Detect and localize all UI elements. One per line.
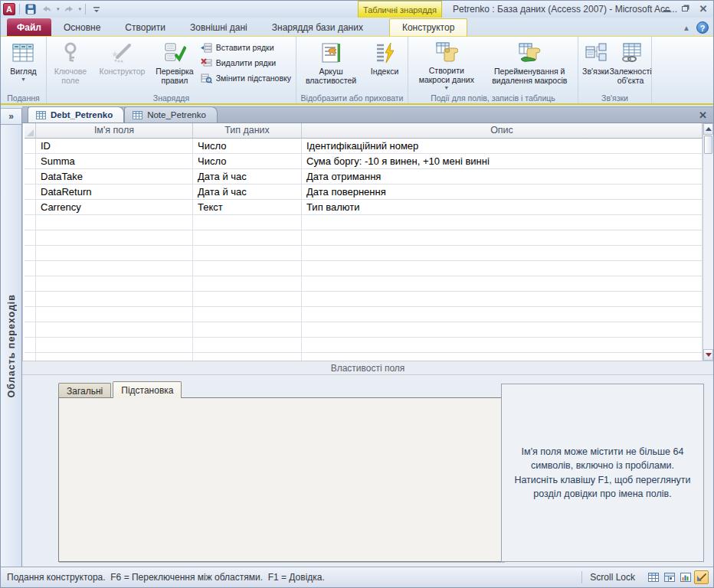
field-name-cell[interactable] — [36, 353, 193, 361]
indexes-button[interactable]: Індекси — [364, 38, 405, 90]
description-cell[interactable] — [302, 276, 703, 292]
description-cell[interactable] — [302, 230, 703, 246]
tab-lookup[interactable]: Підстановка — [113, 381, 182, 398]
description-cell[interactable] — [302, 215, 703, 230]
row-selector-cell[interactable] — [25, 353, 36, 361]
test-validation-rules-button[interactable]: Перевірка правил — [152, 38, 198, 90]
description-cell[interactable]: Тип валюти — [302, 200, 703, 215]
data-type-cell[interactable]: Дата й час — [193, 169, 302, 185]
data-type-cell[interactable] — [193, 353, 302, 361]
description-cell[interactable]: Дата повернення — [302, 185, 703, 200]
rename-delete-macro-button[interactable]: Перейменування й видалення макросів — [483, 38, 576, 90]
data-type-cell[interactable] — [193, 230, 302, 246]
row-selector-cell[interactable] — [25, 261, 36, 276]
row-selector-cell[interactable] — [25, 338, 36, 353]
scroll-up-icon[interactable] — [703, 123, 713, 135]
data-type-cell[interactable]: Число — [193, 154, 302, 169]
description-cell[interactable] — [302, 353, 703, 361]
row-selector-cell[interactable] — [25, 276, 36, 292]
row-selector-cell[interactable] — [25, 169, 36, 185]
access-logo-icon[interactable]: A — [3, 3, 15, 15]
property-sheet-panel[interactable] — [58, 397, 504, 562]
data-type-cell[interactable] — [193, 215, 302, 230]
grid-vertical-scrollbar[interactable] — [703, 123, 713, 361]
pivotchart-view-icon[interactable] — [678, 570, 693, 584]
minimize-ribbon-icon[interactable]: ▲ — [683, 24, 690, 32]
field-name-cell[interactable] — [36, 307, 193, 322]
data-type-cell[interactable] — [193, 276, 302, 292]
insert-rows-button[interactable]: Вставити рядки — [201, 41, 291, 54]
create-data-macros-button[interactable]: Створити макроси даних ▼ — [410, 38, 483, 90]
field-name-cell[interactable]: DataReturn — [36, 185, 193, 200]
row-selector-cell[interactable] — [25, 322, 36, 338]
data-type-cell[interactable] — [193, 322, 302, 338]
data-type-cell[interactable]: Число — [193, 139, 302, 154]
field-name-cell[interactable]: ID — [36, 139, 193, 154]
description-cell[interactable] — [302, 338, 703, 353]
row-selector-cell[interactable] — [25, 215, 36, 230]
row-selector-cell[interactable] — [25, 307, 36, 322]
close-button[interactable]: ✕ — [696, 3, 710, 15]
navigation-pane-label[interactable]: Область переходів — [6, 294, 17, 397]
field-name-cell[interactable] — [36, 261, 193, 276]
design-view-icon[interactable] — [694, 570, 709, 584]
restore-button[interactable] — [678, 3, 692, 15]
field-name-cell[interactable] — [36, 276, 193, 292]
data-type-cell[interactable] — [193, 307, 302, 322]
field-name-cell[interactable]: Carrency — [36, 200, 193, 215]
description-cell[interactable]: Ідентифікаційний номер — [302, 139, 703, 154]
delete-rows-button[interactable]: Видалити рядки — [201, 57, 291, 69]
field-name-cell[interactable] — [36, 322, 193, 338]
field-name-cell[interactable] — [36, 230, 193, 246]
object-dependencies-button[interactable]: Залежності об'єкта — [611, 38, 650, 90]
tab-design[interactable]: Конструктор — [389, 18, 467, 36]
tab-create[interactable]: Створити — [113, 18, 178, 36]
description-cell[interactable]: Дата отримання — [302, 169, 703, 185]
tab-database-tools[interactable]: Знаряддя бази даних — [260, 18, 375, 36]
row-selector-header[interactable] — [25, 123, 36, 139]
scrollbar-thumb[interactable] — [704, 136, 712, 154]
property-sheet-button[interactable]: Аркуш властивостей — [298, 38, 364, 90]
description-cell[interactable] — [302, 261, 703, 276]
description-cell[interactable] — [302, 322, 703, 338]
tab-debt-petrenko[interactable]: Debt_Petrenko — [28, 106, 124, 122]
navigation-pane-expand-button[interactable]: » — [1, 109, 21, 125]
data-type-cell[interactable]: Дата й час — [193, 185, 302, 200]
description-cell[interactable] — [302, 307, 703, 322]
redo-icon[interactable] — [62, 3, 76, 15]
field-name-cell[interactable]: DataTake — [36, 169, 193, 185]
help-icon[interactable]: ? — [696, 21, 709, 34]
view-button[interactable]: Вигляд ▼ — [8, 38, 38, 90]
data-type-cell[interactable]: Текст — [193, 200, 302, 215]
tab-general[interactable]: Загальні — [58, 383, 111, 398]
description-cell[interactable] — [302, 292, 703, 307]
field-name-cell[interactable] — [36, 292, 193, 307]
undo-dropdown-icon[interactable]: ▾ — [57, 6, 60, 12]
row-selector-cell[interactable] — [25, 200, 36, 215]
row-selector-cell[interactable] — [25, 246, 36, 261]
save-icon[interactable] — [24, 3, 38, 15]
tab-file[interactable]: Файл — [7, 18, 51, 36]
close-document-icon[interactable]: ✕ — [699, 109, 707, 121]
data-type-cell[interactable] — [193, 246, 302, 261]
field-name-cell[interactable] — [36, 338, 193, 353]
row-selector-cell[interactable] — [25, 230, 36, 246]
undo-icon[interactable] — [40, 3, 54, 15]
customize-qat-icon[interactable] — [90, 3, 103, 15]
scroll-down-icon[interactable] — [703, 349, 713, 361]
column-header-data-type[interactable]: Тип даних — [193, 123, 302, 139]
tab-home[interactable]: Основне — [51, 18, 113, 36]
tab-note-petrenko[interactable]: Note_Petrenko — [124, 106, 218, 122]
builder-button[interactable]: Конструктор — [93, 38, 152, 90]
row-selector-cell[interactable] — [25, 185, 36, 200]
description-cell[interactable]: Сума боргу: -10 я винен, +10 мені винні — [302, 154, 703, 169]
tab-external-data[interactable]: Зовнішні дані — [178, 18, 260, 36]
field-name-cell[interactable] — [36, 246, 193, 261]
field-name-cell[interactable] — [36, 215, 193, 230]
column-header-description[interactable]: Опис — [302, 123, 703, 139]
row-selector-cell[interactable] — [25, 154, 36, 169]
data-type-cell[interactable] — [193, 338, 302, 353]
minimize-button[interactable] — [660, 3, 673, 15]
data-type-cell[interactable] — [193, 292, 302, 307]
data-type-cell[interactable] — [193, 261, 302, 276]
